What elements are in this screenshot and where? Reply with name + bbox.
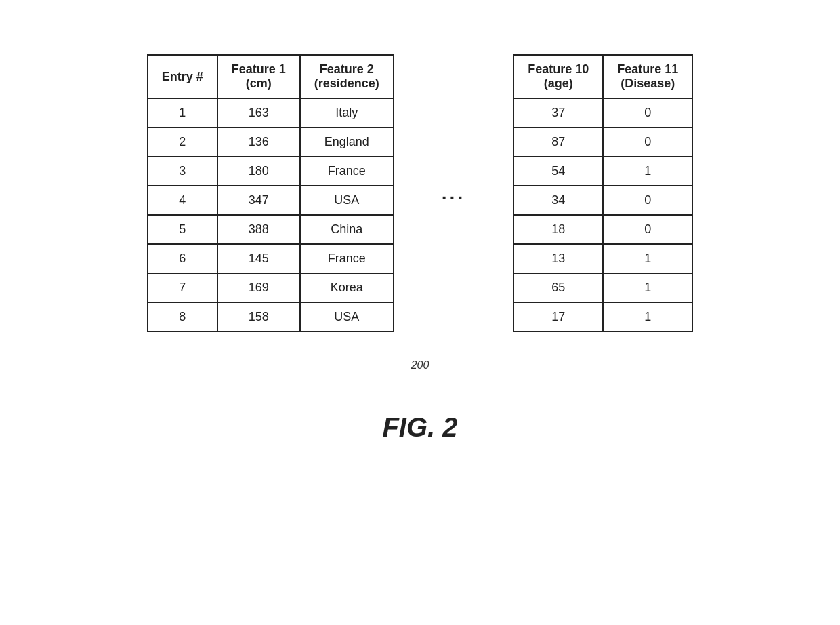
right-cell-feature10: 18 bbox=[513, 215, 603, 244]
right-cell-feature10: 65 bbox=[513, 273, 603, 302]
left-table-row: 6145France bbox=[148, 244, 394, 273]
right-cell-feature11: 1 bbox=[603, 273, 692, 302]
tables-row: Entry # Feature 1(cm) Feature 2(residenc… bbox=[147, 54, 694, 332]
left-header-feature1: Feature 1(cm) bbox=[217, 55, 300, 98]
right-header-feature11: Feature 11(Disease) bbox=[603, 55, 692, 98]
left-cell-feature2: England bbox=[300, 127, 394, 157]
left-cell-feature1: 169 bbox=[217, 273, 300, 302]
left-table-row: 4347USA bbox=[148, 186, 394, 215]
right-cell-feature10: 13 bbox=[513, 244, 603, 273]
left-table-row: 5388China bbox=[148, 215, 394, 244]
right-table-row: 171 bbox=[513, 302, 692, 331]
left-cell-entry: 1 bbox=[148, 98, 217, 127]
right-table-row: 870 bbox=[513, 127, 692, 157]
left-cell-feature2: USA bbox=[300, 302, 394, 331]
left-cell-entry: 4 bbox=[148, 186, 217, 215]
right-cell-feature11: 0 bbox=[603, 127, 692, 157]
left-table-row: 2136England bbox=[148, 127, 394, 157]
right-cell-feature10: 54 bbox=[513, 157, 603, 186]
left-cell-entry: 8 bbox=[148, 302, 217, 331]
right-header-feature10: Feature 10(age) bbox=[513, 55, 603, 98]
right-cell-feature11: 1 bbox=[603, 244, 692, 273]
left-cell-entry: 7 bbox=[148, 273, 217, 302]
figure-number: 200 bbox=[411, 359, 429, 371]
right-cell-feature10: 17 bbox=[513, 302, 603, 331]
left-cell-feature1: 163 bbox=[217, 98, 300, 127]
left-table-row: 7169Korea bbox=[148, 273, 394, 302]
left-cell-feature2: France bbox=[300, 157, 394, 186]
right-cell-feature11: 1 bbox=[603, 157, 692, 186]
right-cell-feature10: 34 bbox=[513, 186, 603, 215]
right-table-row: 180 bbox=[513, 215, 692, 244]
left-cell-entry: 5 bbox=[148, 215, 217, 244]
left-cell-feature2: Italy bbox=[300, 98, 394, 127]
right-cell-feature11: 0 bbox=[603, 186, 692, 215]
left-cell-entry: 6 bbox=[148, 244, 217, 273]
left-cell-feature2: France bbox=[300, 244, 394, 273]
left-table-row: 8158USA bbox=[148, 302, 394, 331]
right-cell-feature11: 0 bbox=[603, 98, 692, 127]
right-table-row: 370 bbox=[513, 98, 692, 127]
left-cell-feature2: USA bbox=[300, 186, 394, 215]
figure-title: FIG. 2 bbox=[382, 412, 457, 443]
left-cell-entry: 3 bbox=[148, 157, 217, 186]
left-cell-feature1: 136 bbox=[217, 127, 300, 157]
left-table: Entry # Feature 1(cm) Feature 2(residenc… bbox=[147, 54, 394, 332]
right-cell-feature10: 87 bbox=[513, 127, 603, 157]
right-cell-feature10: 37 bbox=[513, 98, 603, 127]
left-cell-feature1: 388 bbox=[217, 215, 300, 244]
right-table: Feature 10(age) Feature 11(Disease) 3708… bbox=[513, 54, 693, 332]
left-header-feature2: Feature 2(residence) bbox=[300, 55, 394, 98]
right-table-row: 131 bbox=[513, 244, 692, 273]
left-table-row: 1163Italy bbox=[148, 98, 394, 127]
left-table-row: 3180France bbox=[148, 157, 394, 186]
right-table-row: 541 bbox=[513, 157, 692, 186]
left-cell-feature1: 158 bbox=[217, 302, 300, 331]
left-cell-feature2: Korea bbox=[300, 273, 394, 302]
left-cell-feature1: 145 bbox=[217, 244, 300, 273]
left-cell-feature1: 180 bbox=[217, 157, 300, 186]
right-cell-feature11: 0 bbox=[603, 215, 692, 244]
right-cell-feature11: 1 bbox=[603, 302, 692, 331]
right-table-row: 651 bbox=[513, 273, 692, 302]
left-header-entry: Entry # bbox=[148, 55, 217, 98]
left-cell-feature2: China bbox=[300, 215, 394, 244]
right-table-row: 340 bbox=[513, 186, 692, 215]
ellipsis: ... bbox=[442, 182, 465, 204]
main-content: Entry # Feature 1(cm) Feature 2(residenc… bbox=[0, 0, 840, 443]
left-cell-feature1: 347 bbox=[217, 186, 300, 215]
left-cell-entry: 2 bbox=[148, 127, 217, 157]
